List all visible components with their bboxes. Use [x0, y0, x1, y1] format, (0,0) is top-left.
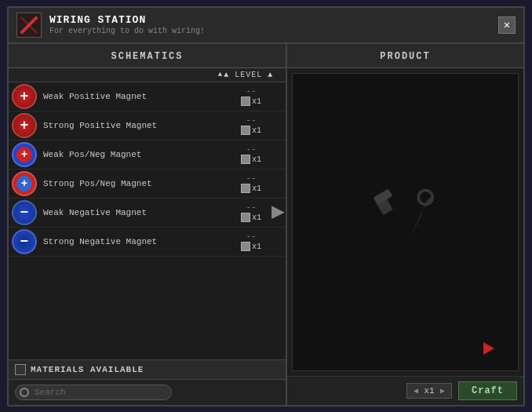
materials-bar[interactable]: MATERIALS AVAILABLE — [9, 359, 286, 380]
qty-icon-4 — [241, 184, 250, 193]
search-input-wrap — [15, 385, 172, 400]
list-item[interactable]: + Weak Pos/Neg Magnet -- x1 — [9, 140, 286, 170]
list-item[interactable]: + Strong Positive Magnet -- x1 — [9, 111, 286, 140]
items-list[interactable]: + Weak Positive Magnet -- x1 + — [9, 82, 286, 359]
item-name-4: Strong Pos/Neg Magnet — [43, 179, 220, 188]
product-display — [292, 73, 519, 371]
qty-text-4: x1 — [252, 184, 261, 193]
main-content: SCHEMATICS ▲ ▲ LEVEL ▲ + Weak Positiv — [9, 44, 523, 405]
qty-text-6: x1 — [252, 242, 261, 251]
list-item[interactable]: + Strong Pos/Neg Magnet -- x1 — [9, 170, 286, 199]
item-info-3: -- x1 — [220, 144, 282, 164]
item-icon-4: + — [12, 171, 37, 196]
item-level-3: -- — [246, 144, 256, 154]
window-subtitle: For everything to do with wiring! — [49, 27, 490, 35]
item-info-2: -- x1 — [220, 115, 282, 135]
item-info-4: -- x1 — [220, 173, 282, 193]
quantity-selector[interactable]: ◀ x1 ▶ — [406, 383, 452, 399]
search-icon — [20, 388, 29, 397]
item-level-2: -- — [246, 115, 256, 125]
item-qty-4: x1 — [241, 184, 261, 193]
sort-arrow-up-left: ▲ — [218, 71, 222, 78]
item-icon-2: + — [12, 113, 37, 138]
right-panel: ▶ PRODUCT — [287, 44, 523, 405]
item-name-5: Weak Negative Magnet — [43, 208, 220, 217]
list-item[interactable]: + Weak Positive Magnet -- x1 — [9, 82, 286, 111]
column-headers: ▲ ▲ LEVEL ▲ — [9, 68, 286, 82]
qty-value: x1 — [421, 386, 437, 396]
qty-text-2: x1 — [252, 126, 261, 135]
qty-text-3: x1 — [252, 155, 261, 164]
qty-icon-6 — [241, 242, 250, 251]
qty-icon-1 — [241, 97, 250, 106]
craft-area: ◀ x1 ▶ Craft — [287, 376, 523, 405]
close-button[interactable]: ✕ — [498, 16, 516, 34]
item-info-6: -- x1 — [220, 232, 282, 251]
item-icon-6: − — [12, 229, 37, 254]
list-item[interactable]: − Strong Negative Magnet -- x1 — [9, 228, 286, 257]
schematics-header: SCHEMATICS — [9, 44, 286, 68]
list-item[interactable]: − Weak Negative Magnet -- x1 — [9, 199, 286, 228]
item-level-5: -- — [246, 202, 256, 212]
craft-button[interactable]: Craft — [458, 381, 517, 400]
schematics-title: SCHEMATICS — [111, 51, 183, 62]
title-bar: WIRING STATION For everything to do with… — [9, 8, 523, 44]
main-window: WIRING STATION For everything to do with… — [7, 6, 525, 407]
left-panel: SCHEMATICS ▲ ▲ LEVEL ▲ + Weak Positiv — [9, 44, 287, 405]
arrow-icon: ▶ — [271, 198, 285, 224]
col-level-header[interactable]: ▲ ▲ LEVEL ▲ — [210, 71, 281, 79]
qty-icon-5 — [241, 213, 250, 222]
product-placeholder — [293, 74, 518, 370]
qty-text-5: x1 — [252, 213, 261, 222]
item-qty-2: x1 — [241, 126, 261, 135]
product-title: PRODUCT — [380, 51, 430, 62]
item-qty-1: x1 — [241, 97, 261, 106]
item-name-3: Weak Pos/Neg Magnet — [43, 150, 220, 159]
item-qty-3: x1 — [241, 155, 261, 164]
item-info-1: -- x1 — [220, 86, 282, 106]
item-name-6: Strong Negative Magnet — [43, 237, 220, 246]
item-qty-6: x1 — [241, 242, 261, 251]
title-text-block: WIRING STATION For everything to do with… — [49, 14, 490, 35]
qty-icon-2 — [241, 126, 250, 135]
item-icon-3: + — [12, 142, 37, 167]
item-level-1: -- — [246, 86, 256, 96]
item-qty-5: x1 — [241, 213, 261, 222]
item-icon-1: + — [12, 84, 37, 109]
window-icon — [16, 13, 42, 38]
svg-point-5 — [418, 190, 432, 204]
materials-checkbox[interactable] — [15, 364, 26, 375]
item-icon-5: − — [12, 200, 37, 225]
qty-text-1: x1 — [252, 97, 261, 106]
qty-decrease-button[interactable]: ◀ — [414, 386, 418, 396]
product-header: PRODUCT — [287, 44, 523, 68]
red-cursor-indicator — [483, 342, 494, 355]
search-input[interactable] — [15, 385, 172, 400]
window-title: WIRING STATION — [49, 14, 490, 26]
search-bar — [9, 380, 286, 405]
materials-label: MATERIALS AVAILABLE — [31, 365, 144, 374]
level-label: ▲ LEVEL ▲ — [224, 71, 273, 79]
item-name-2: Strong Positive Magnet — [43, 121, 220, 130]
item-level-6: -- — [246, 232, 256, 241]
qty-increase-button[interactable]: ▶ — [440, 386, 445, 396]
qty-icon-3 — [241, 155, 250, 164]
item-name-1: Weak Positive Magnet — [43, 92, 220, 101]
item-level-4: -- — [246, 173, 256, 183]
